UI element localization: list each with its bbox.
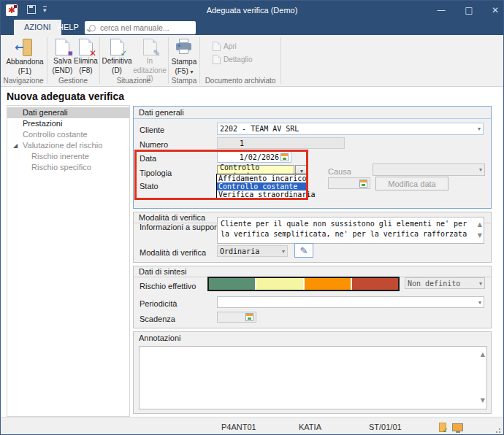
status-user: KATIA	[299, 423, 321, 431]
final-document-icon: ✓	[110, 39, 124, 55]
risk-segment	[209, 278, 255, 290]
data-label: Data	[140, 154, 156, 163]
delete-document-icon: ✕	[79, 39, 93, 55]
tree-item-label: Controllo costante	[23, 130, 88, 139]
tree-item-label: Prestazioni	[23, 119, 62, 128]
edit-modalita-button[interactable]: ✎	[294, 243, 313, 258]
section-modalita-verifica: Modalità di verifica Informazioni a supp…	[133, 212, 492, 263]
numero-field[interactable]: 1	[217, 137, 345, 149]
dropdown-item[interactable]: Verifica straordinaria	[217, 190, 308, 199]
scroll-down-icon[interactable]: ▼	[478, 231, 482, 241]
tree-item[interactable]: ◢Valutazione del rischio	[7, 140, 129, 151]
abbandona-label: Abbandona	[6, 58, 43, 66]
causa-combobox[interactable]: ▾	[373, 163, 485, 176]
tree-item[interactable]: Dati generali	[7, 107, 129, 118]
periodicita-label: Periodicità	[140, 299, 177, 308]
printer-icon	[175, 39, 193, 56]
data-field[interactable]: 1/02/2026	[217, 151, 291, 163]
scroll-up-icon[interactable]: ▲	[478, 220, 482, 230]
annotazioni-textarea[interactable]: ▲ ▼	[139, 346, 487, 409]
status-station: P4ANT01	[221, 423, 256, 431]
stampa-button[interactable]: Stampa (F5) ▾	[171, 37, 197, 76]
tab-help[interactable]: HELP	[47, 20, 89, 35]
risk-segment	[352, 278, 398, 290]
annotazioni-scroll-down-icon[interactable]: ▼	[481, 396, 485, 406]
salva-button[interactable]: ▪ Salva (END)	[50, 37, 75, 74]
data-ultima-field[interactable]	[328, 177, 370, 189]
tree-item[interactable]: Rischio inerente	[7, 151, 129, 162]
risk-segment	[256, 278, 302, 290]
group-situazione: Situazione	[101, 77, 167, 85]
manual-search-box[interactable]	[85, 21, 196, 34]
resize-grip[interactable]	[494, 426, 501, 434]
modalita-combobox[interactable]: Ordinaria ▾	[217, 245, 288, 257]
group-gestione: Gestione	[48, 77, 98, 85]
tipologia-dropdown-list: Affidamento incaricoControllo costanteVe…	[216, 174, 308, 199]
calendar-icon[interactable]	[280, 153, 289, 161]
calendar-icon-2[interactable]	[359, 180, 367, 188]
tree-item[interactable]: Controllo costante	[7, 129, 129, 140]
close-button[interactable]: ✕	[483, 1, 504, 20]
edit-document-icon: ✎	[143, 39, 157, 55]
in-editazione-label: In	[147, 57, 153, 65]
dropdown-item[interactable]: Controllo costante	[217, 182, 308, 190]
tree-item[interactable]: Prestazioni	[7, 118, 129, 129]
search-input[interactable]	[100, 23, 188, 32]
tree-item-label: Rischio inerente	[31, 152, 89, 161]
annotazioni-scroll-up-icon[interactable]: ▲	[481, 350, 485, 360]
group-documento-archiviato: Documento archiviato	[201, 77, 280, 85]
rischio-combobox[interactable]: Non definito ▾	[405, 277, 485, 289]
tree-expander-icon[interactable]: ◢	[13, 140, 18, 151]
status-check-icon: ✓	[443, 426, 448, 434]
cliente-value: 2202 - TEAM AV SRL	[220, 125, 299, 133]
causa-dropdown-icon: ▾	[479, 166, 482, 173]
tipologia-label: Tipologia	[140, 169, 172, 177]
modalita-value: Ordinaria	[220, 247, 259, 255]
periodicita-dropdown-icon[interactable]: ▾	[478, 299, 481, 306]
elimina-button[interactable]: ✕ Elimina (F8)	[74, 37, 98, 74]
dropdown-item[interactable]: Affidamento incarico	[217, 174, 308, 182]
stampa-caret-icon: ▾	[191, 69, 194, 75]
cliente-combobox[interactable]: 2202 - TEAM AV SRL ▾	[217, 123, 484, 135]
in-editazione-button[interactable]: ✎ In editazione (I)	[134, 37, 166, 82]
rischio-dropdown-icon: ▾	[479, 280, 482, 287]
abbandona-key: (F1)	[18, 67, 31, 75]
cliente-dropdown-icon[interactable]: ▾	[478, 126, 481, 132]
search-icon	[89, 25, 96, 31]
exit-door-icon: ←	[15, 39, 34, 56]
window-title: Adeguata verifica (Demo)	[1, 1, 503, 20]
rischio-label: Rischio effettivo	[140, 282, 196, 290]
tree-item-label: Valutazione del rischio	[23, 141, 102, 150]
application-window: ✱ ▾ Adeguata verifica (Demo) — □ ✕ AZION…	[0, 0, 504, 435]
rischio-value: Non definito	[408, 280, 460, 288]
maximize-button[interactable]: □	[457, 1, 481, 20]
calendar-icon-3[interactable]	[245, 313, 253, 321]
ribbon-tab-strip: AZIONI HELP	[1, 20, 503, 35]
scadenza-label: Scadenza	[140, 315, 175, 323]
tree-item[interactable]: Rischio specifico	[7, 162, 129, 173]
scadenza-field[interactable]	[217, 312, 256, 323]
causa-label: Causa	[328, 167, 351, 176]
informazioni-textarea[interactable]: Cliente per il quale non sussistono gli …	[217, 217, 484, 244]
floppy-badge-icon: ▪	[68, 49, 73, 58]
risk-color-bar	[207, 277, 400, 291]
definitiva-button[interactable]: ✓ Definitiva (D)	[102, 37, 132, 74]
periodicita-combobox[interactable]: ▾	[217, 296, 484, 308]
apri-label: Apri	[224, 42, 237, 50]
status-code: ST/01/01	[369, 423, 402, 431]
abbandona-button[interactable]: ← Abbandona (F1)	[5, 37, 45, 75]
edit-pencil-icon: ✎	[300, 245, 308, 256]
numero-label: Numero	[140, 140, 168, 149]
numero-value: 1	[220, 139, 244, 147]
section-dati-generali-title: Dati generali	[134, 107, 491, 119]
informazioni-label: Informazioni a supporto	[140, 223, 224, 231]
tree-item-label: Dati generali	[23, 108, 68, 117]
modalita-dropdown-icon: ▾	[282, 248, 285, 255]
data-value: 1/02/2026	[240, 153, 279, 161]
modifica-data-button[interactable]: Modifica data	[375, 177, 448, 190]
stampa-key: (F5) ▾	[175, 67, 193, 76]
salva-label: Salva	[53, 57, 72, 65]
minimize-button[interactable]: —	[429, 1, 454, 20]
apri-button[interactable]: Apri	[213, 42, 237, 51]
dettaglio-button[interactable]: Dettaglio	[213, 55, 252, 64]
